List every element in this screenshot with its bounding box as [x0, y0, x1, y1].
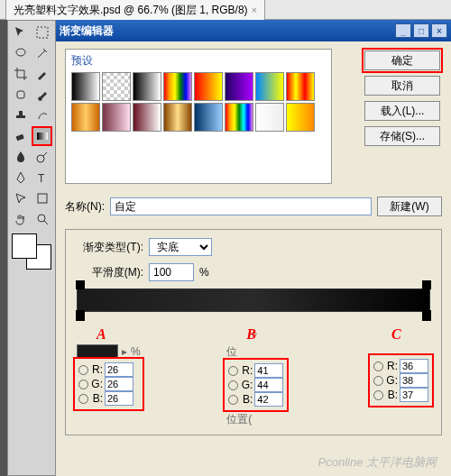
color-stop-right[interactable] — [422, 310, 431, 321]
svg-rect-7 — [38, 194, 47, 203]
type-select[interactable]: 实底 — [149, 238, 212, 256]
dialog-title: 渐变编辑器 — [60, 23, 393, 39]
preset-swatch[interactable] — [133, 72, 161, 101]
type-tool[interactable]: T — [32, 168, 52, 188]
preset-swatch[interactable] — [255, 72, 284, 101]
preset-swatch[interactable] — [71, 72, 100, 101]
radio-r[interactable] — [373, 362, 383, 371]
preset-swatch[interactable] — [163, 72, 192, 101]
pen-tool[interactable] — [10, 168, 31, 188]
color-swatches[interactable] — [12, 233, 51, 270]
preset-swatch[interactable] — [225, 103, 253, 132]
annotation-a: A — [97, 326, 106, 343]
percent-label: % — [199, 266, 209, 279]
color-chip[interactable] — [77, 344, 118, 359]
brush-tool[interactable] — [32, 85, 52, 105]
preset-swatch[interactable] — [102, 103, 131, 132]
eraser-tool[interactable] — [10, 126, 31, 146]
dialog-titlebar[interactable]: 渐变编辑器 _ □ × — [56, 20, 451, 41]
load-button[interactable]: 载入(L)... — [364, 101, 440, 121]
preset-swatch[interactable] — [286, 103, 315, 132]
save-button[interactable]: 存储(S)... — [364, 126, 440, 146]
radio-g[interactable] — [373, 376, 383, 386]
close-icon[interactable]: × — [252, 5, 257, 15]
c-b-input[interactable] — [400, 388, 428, 402]
lasso-tool[interactable] — [10, 43, 31, 63]
maximize-button[interactable]: □ — [413, 23, 429, 38]
zoom-tool[interactable] — [32, 209, 52, 229]
radio-r[interactable] — [228, 366, 238, 376]
gradient-settings-panel: 渐变类型(T): 实底 平滑度(M): % ◇ A ▸% — [65, 229, 442, 435]
radio-b[interactable] — [78, 394, 88, 404]
dodge-tool[interactable] — [32, 147, 52, 167]
preset-grid — [71, 72, 324, 132]
preset-swatch[interactable] — [102, 72, 131, 101]
svg-text:T: T — [38, 172, 45, 185]
svg-rect-4 — [37, 133, 48, 140]
svg-rect-2 — [17, 91, 24, 98]
rgb-groups: A ▸% R: G: B: B 位 R: G: B: — [73, 343, 434, 427]
b-g-input[interactable] — [254, 378, 283, 392]
close-button[interactable]: × — [431, 23, 447, 38]
move-tool[interactable] — [10, 23, 31, 42]
color-stop-left[interactable] — [76, 310, 85, 321]
dialog-side-buttons: 确定 取消 载入(L)... 存储(S)... — [364, 50, 440, 146]
eyedropper-tool[interactable] — [32, 64, 52, 84]
a-g-input[interactable] — [105, 377, 133, 391]
opacity-stop-left[interactable] — [76, 280, 85, 289]
preset-swatch[interactable] — [286, 72, 315, 101]
healing-tool[interactable] — [10, 85, 31, 105]
svg-point-1 — [16, 49, 25, 56]
shape-tool[interactable] — [32, 188, 52, 208]
pos-short-label: 位 — [226, 344, 237, 360]
radio-g[interactable] — [228, 380, 238, 390]
wand-tool[interactable] — [32, 43, 52, 63]
a-r-input[interactable] — [105, 362, 133, 377]
blur-tool[interactable] — [10, 147, 31, 167]
radio-b[interactable] — [228, 395, 238, 405]
preset-swatch[interactable] — [194, 72, 223, 101]
radio-b[interactable] — [373, 390, 383, 400]
radio-g[interactable] — [78, 380, 88, 389]
document-tab[interactable]: 光亮塑料文字效果.psd @ 66.7% (图层 1, RGB/8) × — [5, 0, 265, 21]
type-label: 渐变类型(T): — [73, 240, 143, 255]
annotation-c: C — [391, 326, 401, 343]
preset-swatch[interactable] — [255, 103, 284, 132]
presets-label: 预设 — [71, 53, 326, 69]
path-tool[interactable] — [10, 188, 31, 208]
a-b-input[interactable] — [105, 391, 133, 406]
preset-swatch[interactable] — [71, 103, 100, 132]
svg-rect-3 — [15, 134, 23, 141]
svg-rect-0 — [37, 27, 48, 38]
marquee-tool[interactable] — [32, 23, 52, 42]
b-b-input[interactable] — [254, 392, 283, 407]
preset-swatch[interactable] — [163, 103, 192, 132]
hand-tool[interactable] — [10, 209, 31, 229]
cancel-button[interactable]: 取消 — [364, 76, 440, 96]
document-tab-bar: 光亮塑料文字效果.psd @ 66.7% (图层 1, RGB/8) × — [0, 0, 451, 20]
c-g-input[interactable] — [400, 373, 428, 388]
b-r-input[interactable] — [254, 363, 283, 378]
crop-tool[interactable] — [10, 64, 31, 84]
tab-filename: 光亮塑料文字效果.psd @ 66.7% (图层 1, RGB/8) — [14, 3, 248, 18]
opacity-stop-right[interactable] — [422, 280, 431, 289]
smooth-input[interactable] — [149, 263, 194, 281]
annotation-b: B — [246, 326, 256, 343]
radio-r[interactable] — [78, 365, 88, 375]
name-input[interactable] — [110, 197, 372, 215]
gradient-editor-dialog: 渐变编辑器 _ □ × 预设 确定 取消 载入(L)... 存储(S)... 名… — [56, 20, 451, 476]
stamp-tool[interactable] — [10, 105, 31, 125]
preset-swatch[interactable] — [225, 72, 253, 101]
gradient-bar[interactable]: ◇ — [77, 288, 430, 312]
rgb-group-c: C R: G: B: — [372, 343, 430, 427]
minimize-button[interactable]: _ — [395, 23, 411, 38]
gradient-tool[interactable] — [32, 126, 52, 146]
history-brush-tool[interactable] — [32, 105, 52, 125]
presets-panel: 预设 — [65, 49, 332, 184]
foreground-swatch[interactable] — [12, 233, 37, 259]
new-button[interactable]: 新建(W) — [377, 197, 442, 216]
c-r-input[interactable] — [400, 359, 428, 373]
preset-swatch[interactable] — [133, 103, 161, 132]
ok-button[interactable]: 确定 — [364, 50, 440, 70]
preset-swatch[interactable] — [194, 103, 223, 132]
